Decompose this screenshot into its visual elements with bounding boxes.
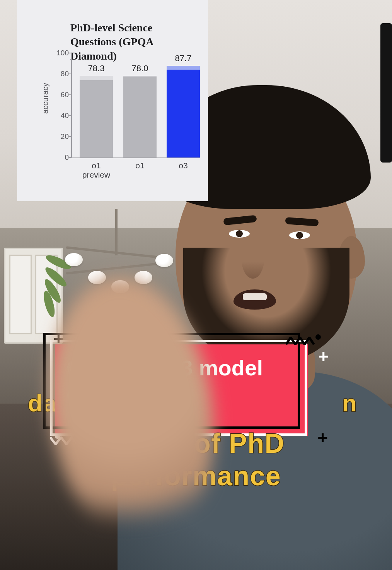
chart-ytick-label: 60 — [56, 91, 69, 99]
chart-ytick-mark — [69, 115, 71, 116]
chart-bar-overlay — [167, 66, 200, 70]
chart-bar-value-label: 87.7 — [162, 53, 205, 63]
chart-x-axis — [71, 157, 200, 158]
chart-ytick-mark — [69, 53, 71, 53]
chart-ytick-label: 40 — [56, 111, 69, 120]
dot-icon — [315, 334, 321, 340]
caption-fragment: n — [342, 389, 357, 417]
chart-x-category: o3 — [160, 161, 206, 170]
chart-plot-area: 020406080100 78.378.087.7 o1previewo1o3 — [17, 0, 208, 201]
presenter-nose — [241, 236, 264, 279]
chart-ytick-mark — [69, 94, 71, 95]
chart-ytick-mark — [69, 157, 71, 158]
chart-x-category: o1preview — [73, 161, 119, 180]
zigzag-icon — [286, 337, 315, 345]
chart-bar-value-label: 78.0 — [119, 63, 161, 74]
bg-lamp — [115, 209, 118, 255]
chart-y-axis — [71, 53, 72, 157]
chart-ytick-label: 0 — [56, 153, 69, 162]
chart-bar-main — [123, 77, 157, 157]
chart-bar-overlay — [123, 76, 157, 77]
chart-ytick-label: 80 — [56, 70, 69, 78]
chart-bar-main — [167, 70, 200, 157]
plus-icon: + — [318, 346, 329, 367]
chart-bar-value-label: 78.3 — [75, 63, 118, 74]
presenter-eye — [229, 230, 250, 238]
chart-ytick-label: 20 — [56, 132, 69, 141]
chart-ytick-label: 100 — [56, 49, 69, 57]
chart-ytick-mark — [69, 136, 71, 137]
chart-card: PhD-level Science Questions (GPQA Diamon… — [17, 0, 208, 201]
chart-bar-overlay — [80, 76, 113, 80]
presenter-eye — [289, 231, 310, 239]
bg-bulb — [65, 253, 83, 266]
chart-ytick-mark — [69, 74, 71, 74]
video-frame: da n OpenAI's o3 model explained + + + l… — [0, 0, 392, 570]
chart-x-category: o1 — [117, 161, 163, 170]
chart-bar-main — [80, 80, 113, 157]
